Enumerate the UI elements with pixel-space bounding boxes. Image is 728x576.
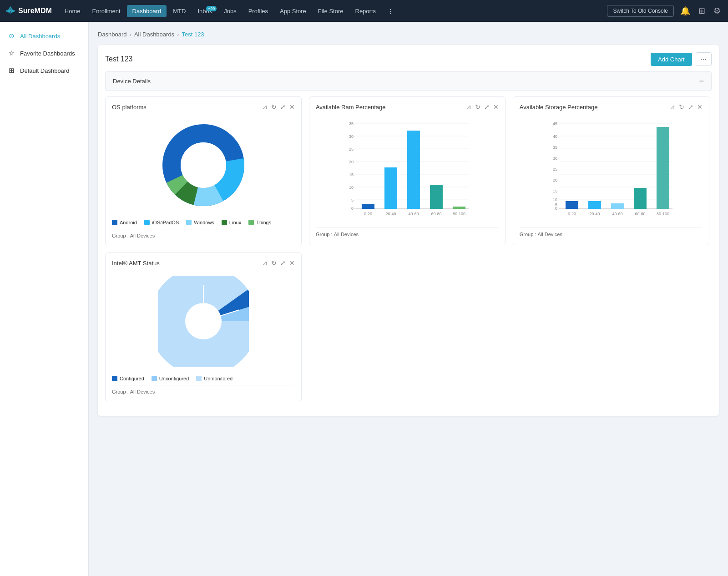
svg-text:0-20: 0-20 xyxy=(568,212,576,216)
close-icon-amt[interactable]: ✕ xyxy=(289,259,295,267)
breadcrumb-current: Test 123 xyxy=(182,31,204,38)
nav-item-reports[interactable]: Reports xyxy=(350,5,382,17)
legend-android: Android xyxy=(112,220,137,225)
device-details-section-header: Device Details − xyxy=(105,71,712,91)
breadcrumb-all-dashboards[interactable]: All Dashboards xyxy=(134,31,174,38)
storage-bar-svg: 45 40 35 30 25 20 15 10 5 0 xyxy=(520,119,703,219)
grid-icon[interactable]: ⊞ xyxy=(697,4,707,18)
more-options-button[interactable]: ··· xyxy=(696,52,712,66)
sidebar-icon: ⊞ xyxy=(7,66,15,75)
filter-icon-storage[interactable]: ⊿ xyxy=(670,103,675,111)
refresh-icon-storage[interactable]: ↻ xyxy=(679,103,684,111)
svg-text:20-40: 20-40 xyxy=(589,212,600,216)
legend-label-windows: Windows xyxy=(194,220,214,225)
legend-dot-ios xyxy=(144,220,150,225)
breadcrumb-dashboard[interactable]: Dashboard xyxy=(98,31,127,38)
breadcrumb: Dashboard › All Dashboards › Test 123 xyxy=(98,31,719,38)
os-platforms-chart: OS platforms ⊿ ↻ ⤢ ✕ xyxy=(105,96,302,245)
storage-chart-actions: ⊿ ↻ ⤢ ✕ xyxy=(670,103,703,111)
legend-label-linux: Linux xyxy=(229,220,241,225)
refresh-icon-amt[interactable]: ↻ xyxy=(271,259,277,267)
svg-text:10: 10 xyxy=(553,197,557,202)
collapse-button[interactable]: − xyxy=(699,76,704,86)
donut-chart-wrap xyxy=(112,115,295,215)
legend-ios: iOS/iPadOS xyxy=(144,220,179,225)
svg-text:5: 5 xyxy=(351,198,354,202)
os-group-value: All Devices xyxy=(130,233,155,238)
svg-text:25: 25 xyxy=(349,147,354,152)
close-icon-ram[interactable]: ✕ xyxy=(493,103,499,111)
sidebar-item-all-dashboards[interactable]: ⊙ All Dashboards xyxy=(0,27,88,45)
topnav-right: Switch To Old Console 🔔 ⊞ ⚙ xyxy=(607,4,723,18)
ram-bar-chart: 35 30 25 20 15 10 5 0 xyxy=(316,115,499,224)
sidebar: ⊙ All Dashboards☆ Favorite Dashboards⊞ D… xyxy=(0,22,89,576)
os-legend: Android iOS/iPadOS Windows Linux xyxy=(112,220,295,225)
svg-text:20-40: 20-40 xyxy=(385,212,396,216)
filter-icon-ram[interactable]: ⊿ xyxy=(466,103,471,111)
filter-icon-amt[interactable]: ⊿ xyxy=(262,259,268,267)
add-chart-button[interactable]: Add Chart xyxy=(651,53,692,66)
ram-chart-title: Available Ram Percentage xyxy=(316,104,386,111)
breadcrumb-sep2: › xyxy=(177,31,179,38)
svg-text:0: 0 xyxy=(351,206,354,211)
svg-text:0-20: 0-20 xyxy=(364,212,372,216)
brand-logo[interactable]: SureMDM xyxy=(5,6,52,16)
bell-icon[interactable]: 🔔 xyxy=(678,4,692,18)
legend-unmonitored: Unmonitored xyxy=(196,376,233,381)
amt-chart-header: Intel® AMT Status ⊿ ↻ ⤢ ✕ xyxy=(112,259,295,267)
expand-icon-ram[interactable]: ⤢ xyxy=(484,103,490,111)
sidebar-icon: ⊙ xyxy=(7,32,15,40)
dashboard-actions: Add Chart ··· xyxy=(651,52,712,66)
nav-item-dashboard[interactable]: Dashboard xyxy=(127,5,167,17)
refresh-icon[interactable]: ↻ xyxy=(271,103,277,111)
nav-item-inbox[interactable]: Inbox+99 xyxy=(192,5,217,17)
ram-chart-header: Available Ram Percentage ⊿ ↻ ⤢ ✕ xyxy=(316,103,499,111)
svg-rect-24 xyxy=(384,167,397,209)
legend-label-things: Things xyxy=(256,220,271,225)
storage-group-label: Group : xyxy=(520,232,536,237)
nav-item-file-store[interactable]: File Store xyxy=(313,5,349,17)
expand-icon-amt[interactable]: ⤢ xyxy=(280,259,286,267)
amt-pie-wrap xyxy=(112,271,295,371)
storage-group-value: All Devices xyxy=(538,232,562,237)
svg-rect-26 xyxy=(430,185,443,209)
nav-item--[interactable]: ⋮ xyxy=(382,5,399,17)
os-chart-actions: ⊿ ↻ ⤢ ✕ xyxy=(262,103,295,111)
top-navigation: SureMDM HomeEnrollmentDashboardMTDInbox+… xyxy=(0,0,728,22)
legend-label-unmonitored: Unmonitored xyxy=(204,376,233,381)
legend-dot-windows xyxy=(186,220,192,225)
svg-text:60-80: 60-80 xyxy=(635,212,645,216)
nav-item-home[interactable]: Home xyxy=(59,5,86,17)
close-icon[interactable]: ✕ xyxy=(289,103,295,111)
svg-text:0: 0 xyxy=(555,206,557,211)
svg-text:80-100: 80-100 xyxy=(657,212,669,216)
sidebar-item-favorite-dashboards[interactable]: ☆ Favorite Dashboards xyxy=(0,45,88,62)
nav-item-profiles[interactable]: Profiles xyxy=(243,5,273,17)
refresh-icon-ram[interactable]: ↻ xyxy=(475,103,480,111)
dashboard-container: Test 123 Add Chart ··· Device Details − … xyxy=(98,45,719,416)
brand-name: SureMDM xyxy=(18,7,52,15)
svg-text:30: 30 xyxy=(349,134,354,139)
nav-item-enrollment[interactable]: Enrollment xyxy=(86,5,126,17)
legend-dot-unmonitored xyxy=(196,376,202,381)
nav-item-app-store[interactable]: App Store xyxy=(274,5,312,17)
main-layout: ⊙ All Dashboards☆ Favorite Dashboards⊞ D… xyxy=(0,22,728,576)
sidebar-item-default-dashboard[interactable]: ⊞ Default Dashboard xyxy=(0,62,88,79)
settings-icon[interactable]: ⚙ xyxy=(712,4,723,18)
switch-console-button[interactable]: Switch To Old Console xyxy=(607,5,674,17)
nav-item-mtd[interactable]: MTD xyxy=(167,5,191,17)
svg-rect-51 xyxy=(566,201,578,209)
filter-icon[interactable]: ⊿ xyxy=(262,103,268,111)
expand-icon[interactable]: ⤢ xyxy=(280,103,286,111)
storage-chart-title: Available Storage Percentage xyxy=(520,104,598,111)
legend-label-configured: Configured xyxy=(120,376,144,381)
svg-text:20: 20 xyxy=(349,160,354,164)
os-chart-header: OS platforms ⊿ ↻ ⤢ ✕ xyxy=(112,103,295,111)
nav-item-jobs[interactable]: Jobs xyxy=(218,5,242,17)
legend-linux: Linux xyxy=(222,220,241,225)
charts-row-2: Intel® AMT Status ⊿ ↻ ⤢ ✕ xyxy=(105,253,712,401)
expand-icon-storage[interactable]: ⤢ xyxy=(688,103,693,111)
os-chart-footer: Group : All Devices xyxy=(112,229,295,238)
close-icon-storage[interactable]: ✕ xyxy=(697,103,703,111)
svg-text:35: 35 xyxy=(349,121,354,126)
